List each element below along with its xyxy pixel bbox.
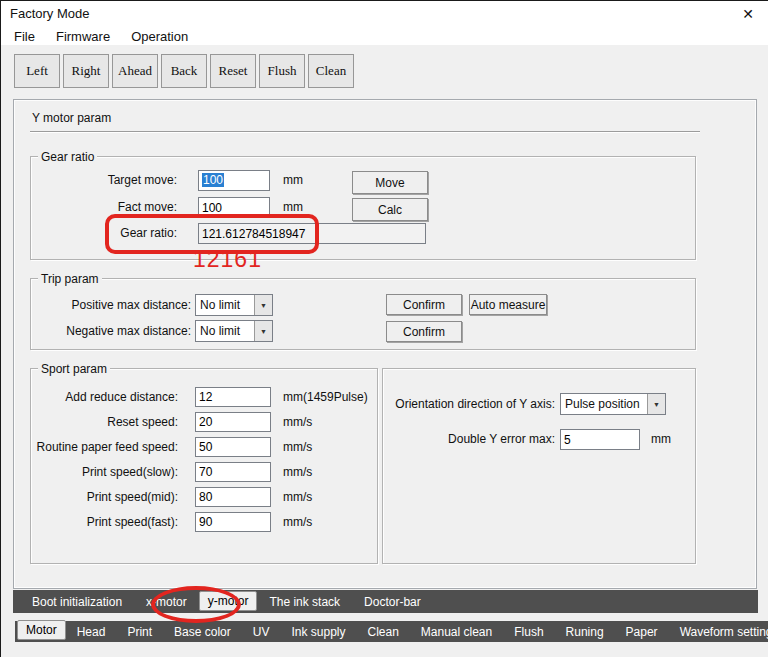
selected-text: 100 bbox=[202, 173, 224, 187]
trip-param-group-label: Trip param bbox=[38, 272, 102, 286]
tab-motor[interactable]: Motor bbox=[17, 620, 66, 640]
sport-param-group: Sport param Add reduce distance: mm(1459… bbox=[30, 368, 378, 564]
orientation-direction-value: Pulse position bbox=[561, 397, 647, 411]
outer-tab-bar: Motor Head Print Base color UV Ink suppl… bbox=[15, 621, 768, 642]
auto-measure-button[interactable]: Auto measure bbox=[469, 294, 547, 315]
tab-head[interactable]: Head bbox=[66, 625, 117, 639]
tab-paper[interactable]: Paper bbox=[615, 625, 669, 639]
tab-uv[interactable]: UV bbox=[242, 625, 281, 639]
tab-clean[interactable]: Clean bbox=[356, 625, 409, 639]
print-speed-fast-input[interactable] bbox=[195, 512, 271, 532]
fact-move-label: Fact move: bbox=[31, 200, 177, 214]
window-title: Factory Mode bbox=[10, 6, 89, 21]
chevron-down-icon[interactable]: ▼ bbox=[647, 394, 665, 414]
inner-tab-bar: Boot initialization x-motor y-motor The … bbox=[13, 590, 758, 613]
print-speed-slow-unit: mm/s bbox=[283, 465, 312, 479]
close-icon[interactable]: ✕ bbox=[737, 5, 759, 23]
tab-flush[interactable]: Flush bbox=[503, 625, 554, 639]
client-area: Left Right Ahead Back Reset Flush Clean … bbox=[1, 45, 768, 657]
left-button[interactable]: Left bbox=[14, 54, 60, 88]
menu-bar: File Firmware Operation bbox=[1, 27, 768, 45]
print-speed-slow-label: Print speed(slow): bbox=[31, 465, 178, 479]
tab-y-motor[interactable]: y-motor bbox=[199, 591, 258, 611]
y-motor-param-panel: Y motor param Gear ratio Target move: 10… bbox=[13, 99, 757, 589]
tab-waveform-setting[interactable]: Waveform setting bbox=[669, 625, 768, 639]
reset-speed-label: Reset speed: bbox=[31, 415, 178, 429]
negative-max-distance-select[interactable]: No limit ▼ bbox=[195, 320, 273, 342]
tab-runing[interactable]: Runing bbox=[555, 625, 615, 639]
move-button[interactable]: Move bbox=[352, 171, 428, 194]
add-reduce-distance-input[interactable] bbox=[195, 387, 271, 407]
gear-ratio-group: Gear ratio Target move: 100 mm Move Fact… bbox=[30, 156, 696, 260]
fact-move-input[interactable] bbox=[198, 197, 270, 218]
panel-title: Y motor param bbox=[32, 111, 111, 125]
print-speed-mid-input[interactable] bbox=[195, 487, 271, 507]
tab-the-ink-stack[interactable]: The ink stack bbox=[257, 595, 352, 609]
positive-confirm-button[interactable]: Confirm bbox=[386, 294, 462, 315]
reset-speed-input[interactable] bbox=[195, 412, 271, 432]
positive-max-distance-select[interactable]: No limit ▼ bbox=[195, 294, 273, 316]
gear-ratio-group-label: Gear ratio bbox=[38, 150, 97, 164]
gear-ratio-value-field[interactable] bbox=[198, 223, 426, 244]
tab-boot-initialization[interactable]: Boot initialization bbox=[20, 595, 134, 609]
print-speed-fast-unit: mm/s bbox=[283, 515, 312, 529]
routine-paper-feed-speed-unit: mm/s bbox=[283, 440, 312, 454]
clean-button[interactable]: Clean bbox=[308, 54, 354, 88]
calc-button[interactable]: Calc bbox=[352, 198, 428, 221]
menu-firmware[interactable]: Firmware bbox=[52, 29, 114, 44]
back-button[interactable]: Back bbox=[161, 54, 207, 88]
target-move-unit: mm bbox=[283, 173, 303, 187]
fact-move-unit: mm bbox=[283, 200, 303, 214]
menu-file[interactable]: File bbox=[10, 29, 39, 44]
target-move-input[interactable]: 100 bbox=[198, 170, 270, 191]
negative-max-distance-value: No limit bbox=[196, 324, 254, 338]
trip-param-group: Trip param Positive max distance: No lim… bbox=[30, 278, 696, 350]
title-bar: Factory Mode ✕ bbox=[1, 1, 768, 27]
toolbar: Left Right Ahead Back Reset Flush Clean bbox=[14, 54, 354, 88]
tab-manual-clean[interactable]: Manual clean bbox=[410, 625, 503, 639]
add-reduce-distance-label: Add reduce distance: bbox=[31, 390, 178, 404]
flush-button[interactable]: Flush bbox=[259, 54, 305, 88]
print-speed-mid-unit: mm/s bbox=[283, 490, 312, 504]
add-reduce-distance-unit: mm(1459Pulse) bbox=[283, 390, 368, 404]
reset-button[interactable]: Reset bbox=[210, 54, 256, 88]
tab-ink-supply[interactable]: Ink supply bbox=[280, 625, 356, 639]
print-speed-fast-label: Print speed(fast): bbox=[31, 515, 178, 529]
routine-paper-feed-speed-label: Routine paper feed speed: bbox=[31, 440, 178, 454]
routine-paper-feed-speed-input[interactable] bbox=[195, 437, 271, 457]
negative-max-distance-label: Negative max distance: bbox=[31, 324, 191, 338]
gear-ratio-label: Gear ratio: bbox=[31, 226, 177, 240]
sport-param-group-label: Sport param bbox=[38, 362, 110, 376]
orientation-direction-select[interactable]: Pulse position ▼ bbox=[560, 393, 666, 415]
gear-ratio-annotation-text: 12161 bbox=[193, 246, 262, 273]
double-y-error-max-input[interactable] bbox=[560, 429, 640, 450]
title-separator bbox=[30, 131, 700, 133]
ahead-button[interactable]: Ahead bbox=[112, 54, 158, 88]
chevron-down-icon[interactable]: ▼ bbox=[254, 321, 272, 341]
negative-confirm-button[interactable]: Confirm bbox=[386, 321, 462, 342]
print-speed-mid-label: Print speed(mid): bbox=[31, 490, 178, 504]
right-button[interactable]: Right bbox=[63, 54, 109, 88]
target-move-label: Target move: bbox=[31, 173, 177, 187]
menu-operation[interactable]: Operation bbox=[127, 29, 192, 44]
print-speed-slow-input[interactable] bbox=[195, 462, 271, 482]
tab-doctor-bar[interactable]: Doctor-bar bbox=[352, 595, 433, 609]
double-y-error-max-label: Double Y error max: bbox=[383, 432, 555, 446]
positive-max-distance-label: Positive max distance: bbox=[31, 298, 191, 312]
tab-print[interactable]: Print bbox=[116, 625, 163, 639]
double-y-error-max-unit: mm bbox=[651, 432, 671, 446]
tab-x-motor[interactable]: x-motor bbox=[134, 595, 199, 609]
reset-speed-unit: mm/s bbox=[283, 415, 312, 429]
y-axis-group: Orientation direction of Y axis: Pulse p… bbox=[382, 368, 696, 564]
chevron-down-icon[interactable]: ▼ bbox=[254, 295, 272, 315]
positive-max-distance-value: No limit bbox=[196, 298, 254, 312]
tab-base-color[interactable]: Base color bbox=[163, 625, 242, 639]
orientation-direction-label: Orientation direction of Y axis: bbox=[383, 397, 555, 411]
factory-mode-window: Factory Mode ✕ File Firmware Operation L… bbox=[0, 0, 768, 657]
